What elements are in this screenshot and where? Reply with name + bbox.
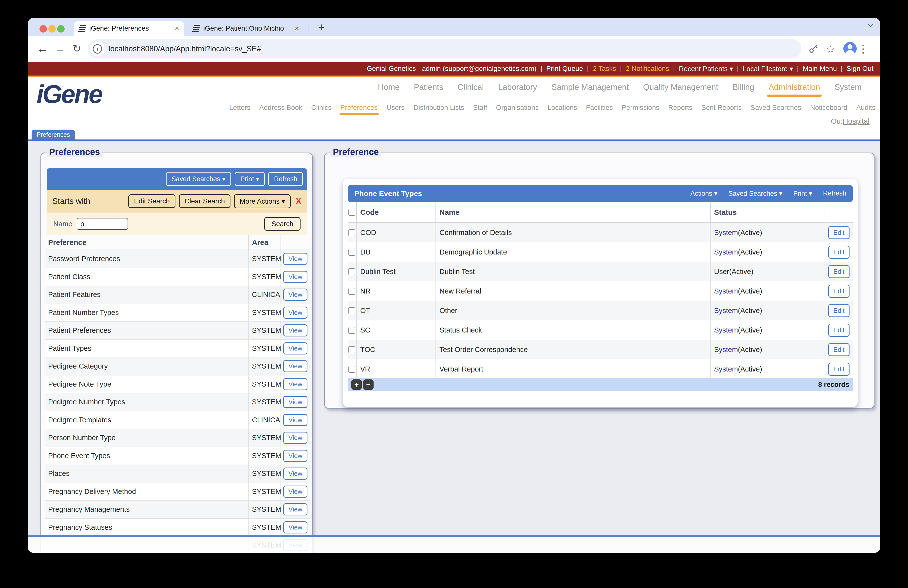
view-button[interactable]: View <box>283 360 307 372</box>
tab-patient[interactable]: iGene: Patient:Ono Michio × <box>188 21 304 36</box>
nav-billing[interactable]: Billing <box>733 82 754 92</box>
status-type[interactable]: System <box>714 248 738 256</box>
view-button[interactable]: View <box>283 253 307 265</box>
view-button[interactable]: View <box>283 396 307 408</box>
view-button[interactable]: View <box>283 503 307 516</box>
edit-button[interactable]: Edit <box>828 343 850 356</box>
nav-clinical[interactable]: Clinical <box>458 82 484 92</box>
status-type[interactable]: System <box>714 229 738 237</box>
row-checkbox[interactable] <box>348 229 355 236</box>
topbar-item-print-queue[interactable]: Print Queue <box>546 64 583 72</box>
view-button[interactable]: View <box>283 467 307 480</box>
topbar-item-local-filestore-[interactable]: Local Filestore ▾ <box>743 64 793 73</box>
forward-icon[interactable]: → <box>55 42 66 55</box>
ou-hospital-link[interactable]: Hospital <box>843 117 869 125</box>
subnav-locations[interactable]: Locations <box>547 104 577 111</box>
close-window-button[interactable] <box>39 25 47 32</box>
edit-button[interactable]: Edit <box>828 324 850 337</box>
topbar-item-sign-out[interactable]: Sign Out <box>847 64 873 72</box>
subnav-letters[interactable]: Letters <box>229 104 250 111</box>
row-checkbox[interactable] <box>348 268 355 275</box>
select-all-checkbox[interactable] <box>348 209 355 216</box>
tab-search-icon[interactable] <box>867 23 874 28</box>
status-type[interactable]: System <box>714 346 738 354</box>
view-button[interactable]: View <box>283 378 307 390</box>
browser-menu-icon[interactable]: ⋮ <box>858 42 869 55</box>
close-tab-icon[interactable]: × <box>295 24 299 32</box>
status-type[interactable]: System <box>714 326 738 334</box>
reload-icon[interactable]: ↻ <box>72 42 81 55</box>
nav-administration[interactable]: Administration <box>769 82 820 92</box>
row-checkbox[interactable] <box>348 366 355 373</box>
edit-button[interactable]: Edit <box>828 226 850 239</box>
saved-searches-button[interactable]: Saved Searches ▾ <box>166 172 231 186</box>
more-actions-button[interactable]: More Actions ▾ <box>234 194 291 208</box>
topbar-item-2-notifications[interactable]: 2 Notifications <box>626 64 669 72</box>
subnav-saved-searches[interactable]: Saved Searches <box>750 104 801 111</box>
subnav-clinics[interactable]: Clinics <box>311 104 332 111</box>
topbar-item-2-tasks[interactable]: 2 Tasks <box>592 64 616 72</box>
print-button[interactable]: Print ▾ <box>235 172 265 186</box>
edit-button[interactable]: Edit <box>828 265 850 278</box>
remove-row-icon[interactable]: − <box>363 379 374 390</box>
print-menu[interactable]: Print ▾ <box>793 190 812 198</box>
view-button[interactable]: View <box>283 486 307 498</box>
close-tab-icon[interactable]: × <box>175 24 179 32</box>
url-text[interactable]: localhost:8080/App/App.html?locale=sv_SE… <box>109 44 261 53</box>
minimize-window-button[interactable] <box>48 25 56 32</box>
back-icon[interactable]: ← <box>37 42 48 55</box>
zoom-window-button[interactable] <box>57 25 64 32</box>
status-type[interactable]: System <box>714 365 738 373</box>
address-bar[interactable]: i localhost:8080/App/App.html?locale=sv_… <box>88 39 802 58</box>
nav-sample-management[interactable]: Sample Management <box>551 82 629 92</box>
close-search-icon[interactable]: X <box>296 196 301 206</box>
nav-laboratory[interactable]: Laboratory <box>498 82 537 92</box>
view-button[interactable]: View <box>283 271 307 283</box>
subnav-noticeboard[interactable]: Noticeboard <box>810 104 847 111</box>
nav-system[interactable]: System <box>834 82 861 92</box>
nav-home[interactable]: Home <box>378 82 399 92</box>
status-type[interactable]: System <box>714 306 738 315</box>
name-input[interactable] <box>77 218 128 230</box>
edit-button[interactable]: Edit <box>828 285 850 298</box>
edit-search-button[interactable]: Edit Search <box>128 194 175 208</box>
row-checkbox[interactable] <box>348 307 355 314</box>
topbar-item-recent-patients-[interactable]: Recent Patients ▾ <box>679 64 733 73</box>
subnav-permissions[interactable]: Permissions <box>622 104 659 111</box>
password-key-icon[interactable] <box>809 43 819 56</box>
view-button[interactable]: View <box>283 306 307 319</box>
row-checkbox[interactable] <box>348 346 355 353</box>
new-tab-button[interactable]: + <box>314 20 328 34</box>
subnav-staff[interactable]: Staff <box>473 104 487 111</box>
view-button[interactable]: View <box>283 521 307 533</box>
subnav-users[interactable]: Users <box>386 104 405 111</box>
edit-button[interactable]: Edit <box>828 362 850 376</box>
subnav-audits[interactable]: Audits <box>856 104 876 111</box>
nav-quality-management[interactable]: Quality Management <box>643 82 718 92</box>
row-checkbox[interactable] <box>348 288 355 295</box>
view-button[interactable]: View <box>283 324 307 337</box>
subnav-preferences[interactable]: Preferences <box>340 104 378 111</box>
subnav-reports[interactable]: Reports <box>668 104 692 111</box>
page-tab-preferences[interactable]: Preferences <box>32 130 75 140</box>
tab-preferences[interactable]: iGene: Preferences × <box>74 21 184 36</box>
saved-searches-menu[interactable]: Saved Searches ▾ <box>728 190 782 198</box>
view-button[interactable]: View <box>283 432 307 444</box>
subnav-address-book[interactable]: Address Book <box>259 104 302 111</box>
bookmark-star-icon[interactable]: ☆ <box>826 43 835 55</box>
add-row-icon[interactable]: + <box>351 379 362 390</box>
search-button[interactable]: Search <box>264 217 301 231</box>
clear-search-button[interactable]: Clear Search <box>179 194 230 208</box>
edit-button[interactable]: Edit <box>828 246 850 259</box>
topbar-item-main-menu[interactable]: Main Menu <box>803 64 837 72</box>
nav-patients[interactable]: Patients <box>414 82 443 92</box>
subnav-distribution-lists[interactable]: Distribution Lists <box>414 104 464 111</box>
subnav-organisations[interactable]: Organisations <box>496 104 539 111</box>
row-checkbox[interactable] <box>348 327 355 334</box>
refresh-action[interactable]: Refresh <box>823 190 846 198</box>
view-button[interactable]: View <box>283 450 307 462</box>
site-info-icon[interactable]: i <box>90 42 105 56</box>
refresh-button[interactable]: Refresh <box>268 172 303 186</box>
view-button[interactable]: View <box>283 288 307 301</box>
profile-avatar[interactable] <box>844 42 856 55</box>
